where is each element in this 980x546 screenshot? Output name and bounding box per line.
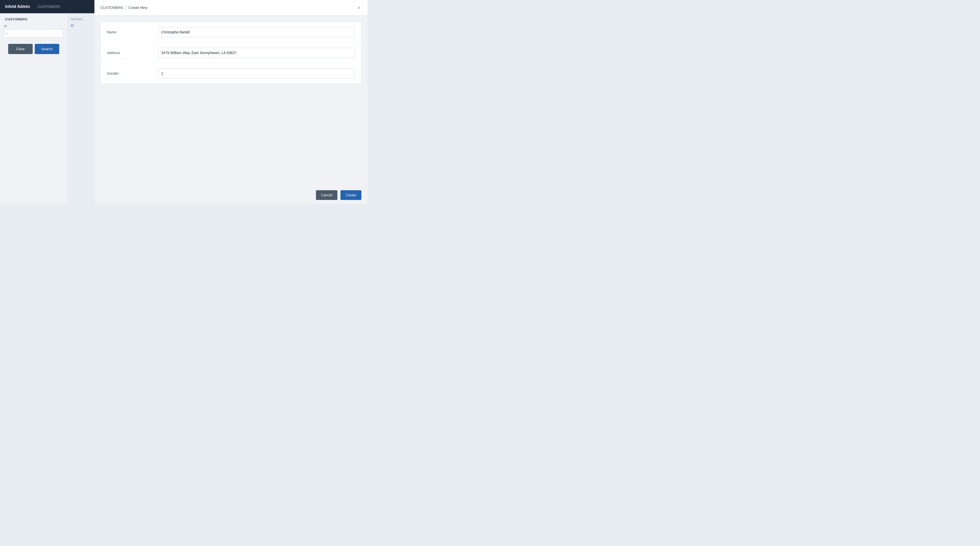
nav-customers-link[interactable]: CUSTOMERS xyxy=(38,5,60,9)
sidebar-header: CUSTOMERS xyxy=(0,13,67,24)
modal-body: Name Address Gender xyxy=(94,16,368,186)
id-filter-input[interactable] xyxy=(4,29,63,38)
form-card: Name Address Gender xyxy=(100,22,361,84)
create-modal: CUSTOMERS / Create New × Name Address Ge… xyxy=(94,0,368,204)
name-label: Name xyxy=(107,30,158,34)
name-field-row: Name xyxy=(101,22,361,43)
sidebar-action-buttons: Clear Search xyxy=(4,44,63,54)
address-input[interactable] xyxy=(158,48,355,58)
app-title: Infold Admin xyxy=(5,4,30,9)
top-navigation: Infold Admin CUSTOMERS xyxy=(0,0,94,13)
breadcrumb-current: Create New xyxy=(128,6,147,10)
id-column-header[interactable]: ID xyxy=(70,23,92,29)
close-button[interactable]: × xyxy=(356,4,361,11)
modal-footer: Cancel Create xyxy=(94,186,368,204)
sidebar: CUSTOMERS Id = Clear Search xyxy=(0,13,68,204)
clear-button[interactable]: Clear xyxy=(8,44,33,54)
gender-field-row: Gender xyxy=(101,63,361,84)
id-filter-label: Id xyxy=(4,24,63,28)
id-filter-wrapper: = xyxy=(4,29,63,38)
address-label: Address xyxy=(107,51,158,55)
search-button[interactable]: Search xyxy=(35,44,59,54)
name-input[interactable] xyxy=(158,27,355,37)
create-button[interactable]: Create xyxy=(340,190,361,200)
equals-icon: = xyxy=(6,32,8,35)
modal-header: CUSTOMERS / Create New × xyxy=(94,0,368,16)
cancel-button[interactable]: Cancel xyxy=(316,190,337,200)
address-field-row: Address xyxy=(101,43,361,63)
list-area: Not foun... ID xyxy=(68,13,94,204)
gender-input[interactable] xyxy=(158,68,355,79)
breadcrumb-separator: / xyxy=(125,6,126,10)
not-found-text: Not foun... xyxy=(70,15,92,23)
breadcrumb-parent: CUSTOMERS xyxy=(100,6,123,10)
filter-section: Id = Clear Search xyxy=(0,24,67,54)
breadcrumb: CUSTOMERS / Create New xyxy=(100,6,147,10)
gender-label: Gender xyxy=(107,71,158,76)
